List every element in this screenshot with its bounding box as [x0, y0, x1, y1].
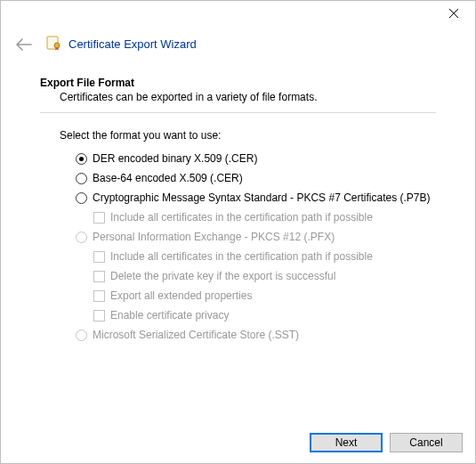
next-button[interactable]: Next [310, 433, 383, 452]
checkbox-pfx-include-chain [93, 251, 105, 263]
cancel-button[interactable]: Cancel [390, 433, 463, 452]
checkbox-pfx-delete-key [93, 271, 105, 282]
checkbox-p7b-include-chain [93, 212, 105, 224]
checkbox-pfx-cert-privacy-label: Enable certificate privacy [110, 309, 229, 322]
radio-base64-label: Base-64 encoded X.509 (.CER) [93, 172, 243, 184]
radio-p7b[interactable] [76, 192, 87, 204]
radio-pfx-label: Personal Information Exchange - PKCS #12… [93, 231, 335, 243]
wizard-title: Certificate Export Wizard [69, 37, 197, 51]
radio-base64[interactable] [76, 173, 87, 184]
close-button[interactable] [438, 3, 470, 22]
back-button[interactable] [15, 36, 33, 53]
svg-point-3 [54, 43, 60, 48]
checkbox-pfx-include-chain-label: Include all certificates in the certific… [110, 250, 373, 263]
radio-sst-label: Microsoft Serialized Certificate Store (… [93, 329, 299, 341]
separator [40, 112, 436, 113]
radio-p7b-label: Cryptographic Message Syntax Standard - … [93, 191, 431, 204]
checkbox-pfx-delete-key-label: Delete the private key if the export is … [110, 270, 335, 282]
radio-pfx [76, 232, 87, 243]
checkbox-p7b-include-chain-label: Include all certificates in the certific… [110, 211, 373, 224]
checkbox-pfx-ext-props-label: Export all extended properties [110, 289, 252, 302]
page-heading: Export File Format [40, 77, 436, 89]
checkbox-pfx-cert-privacy [93, 310, 105, 322]
close-icon [449, 9, 458, 18]
radio-der-label: DER encoded binary X.509 (.CER) [93, 152, 257, 165]
format-prompt: Select the format you want to use: [60, 129, 436, 142]
back-arrow-icon [16, 38, 32, 51]
radio-sst [76, 330, 87, 341]
radio-der[interactable] [76, 153, 87, 165]
page-subheading: Certificates can be exported in a variet… [60, 91, 436, 103]
certificate-icon [45, 35, 61, 53]
checkbox-pfx-ext-props [93, 290, 105, 302]
